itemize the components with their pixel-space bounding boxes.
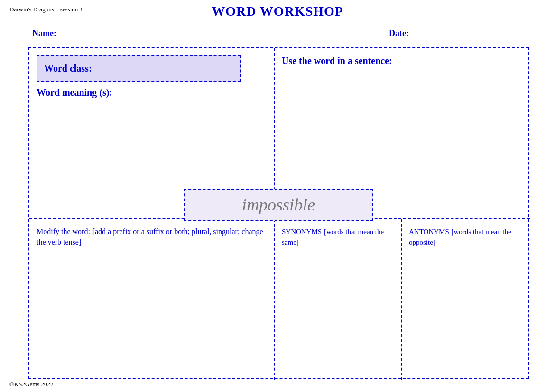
bottom-middle-section: SYNONYMS [words that mean the same]: [275, 219, 402, 380]
center-word-box: impossible: [184, 189, 373, 221]
name-label: Name:: [32, 28, 56, 38]
center-word-text: impossible: [242, 195, 315, 215]
page-title: WORD WORKSHOP: [212, 4, 343, 19]
word-meaning-label: Word meaning (s):: [37, 87, 267, 98]
antonyms-label-main: ANTONYMS: [409, 228, 449, 236]
synonyms-label: SYNONYMS [words that mean the same]: [282, 226, 394, 247]
main-container: Word class: Word meaning (s): Use the wo…: [28, 47, 529, 379]
date-label: Date:: [389, 28, 409, 38]
word-class-box: Word class:: [37, 55, 240, 82]
modify-label: Modify the word: [add a prefix or a suff…: [37, 226, 267, 247]
bottom-right-section: ANTONYMS [words that mean the opposite]: [402, 219, 530, 380]
modify-label-main: Modify the word:: [37, 228, 90, 236]
bottom-left-section: Modify the word: [add a prefix or a suff…: [29, 219, 275, 380]
sentence-label: Use the word in a sentence:: [282, 55, 523, 66]
synonyms-label-main: SYNONYMS: [282, 228, 322, 236]
session-label: Darwin's Dragons—session 4: [9, 6, 83, 13]
footer-copyright: ©KS2Gems 2022: [9, 381, 54, 388]
antonyms-label: ANTONYMS [words that mean the opposite]: [409, 226, 523, 247]
word-class-label: Word class:: [44, 63, 92, 74]
